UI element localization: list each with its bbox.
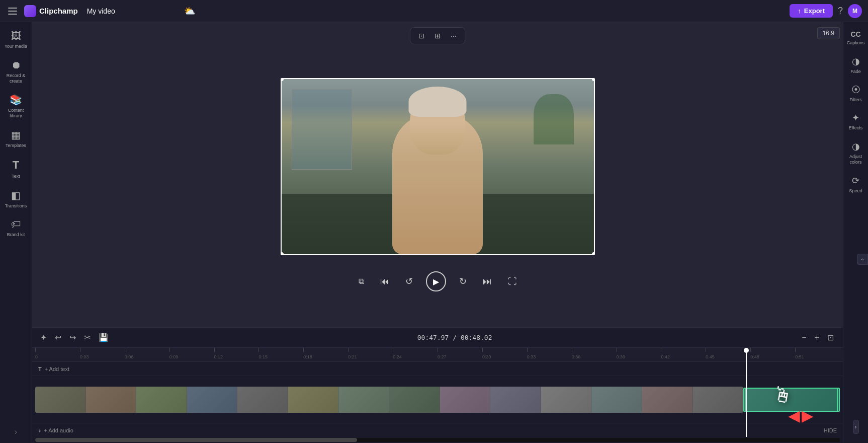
resize-button[interactable]: ⊞ — [430, 30, 445, 42]
more-options-button[interactable]: ··· — [447, 30, 461, 42]
background-window — [292, 89, 352, 170]
video-thumb-12 — [591, 387, 642, 413]
hamburger-menu[interactable] — [6, 6, 19, 17]
video-thumb-6 — [288, 387, 339, 413]
resize-handle-br[interactable] — [592, 252, 595, 255]
fade-icon: ◑ — [852, 56, 860, 67]
record-icon: ⏺ — [11, 59, 21, 71]
video-preview-frame: ↻ — [281, 78, 595, 255]
magic-tool-button[interactable]: ✦ — [38, 331, 49, 344]
resize-handle-bl[interactable] — [281, 252, 284, 255]
timeline-current-time: 00:47.97 / 00:48.02 — [417, 334, 492, 341]
hide-label[interactable]: HIDE — [824, 427, 837, 433]
video-thumb-4 — [187, 387, 238, 413]
video-thumb-2 — [86, 387, 137, 413]
brand-kit-icon: 🏷 — [11, 218, 21, 230]
selected-right-handle[interactable] — [837, 389, 838, 411]
video-thumb-11 — [541, 387, 592, 413]
top-bar: Clipchamp ⛅ ↑ Export ? M — [0, 0, 868, 22]
content-library-label: Contentlibrary — [8, 108, 24, 119]
ruler-mark-36: 0:36 — [572, 348, 617, 359]
ruler-marks: 0 0:03 0:06 0:09 0:12 0:15 0:18 0:21 0:2… — [35, 348, 840, 359]
help-icon[interactable]: ? — [838, 6, 843, 16]
export-button[interactable]: ↑ Export — [790, 4, 833, 18]
preview-area: ⊡ ⊞ ··· — [32, 22, 843, 327]
audio-track-icon: ♪ — [38, 427, 41, 433]
sidebar-item-record[interactable]: ⏺ Record &create — [2, 55, 30, 88]
left-sidebar: 🖼 Your media ⏺ Record &create 📚 Contentl… — [0, 22, 32, 443]
transitions-label: Transitions — [5, 203, 27, 209]
scrollbar-thumb[interactable] — [35, 438, 357, 442]
right-panel-fade[interactable]: ◑ Fade — [844, 53, 867, 78]
text-track: T + Add text — [32, 362, 843, 376]
zoom-out-button[interactable]: − — [799, 332, 809, 343]
right-panel-toggle[interactable]: ‹ — [857, 254, 868, 265]
forward-button[interactable]: ↻ — [456, 273, 470, 290]
sidebar-item-templates[interactable]: ▦ Templates — [2, 125, 30, 153]
sidebar-item-transitions[interactable]: ◧ Transitions — [2, 185, 30, 213]
ruler-mark-42: 0:42 — [661, 348, 706, 359]
video-thumb-14 — [693, 387, 743, 413]
rewind-button[interactable]: ↺ — [402, 273, 416, 290]
selected-thumb-content — [744, 389, 839, 411]
sidebar-item-content-library[interactable]: 📚 Contentlibrary — [2, 90, 30, 123]
ruler-mark-9: 0:09 — [169, 348, 214, 359]
timeline-area: ✦ ↩ ↪ ✂ 💾 00:47.97 / 00:48.02 − + ⊡ — [32, 327, 843, 443]
timeline-scrollbar[interactable] — [35, 438, 840, 442]
skip-to-start-button[interactable]: ⏮ — [377, 273, 392, 290]
video-thumb-3 — [136, 387, 187, 413]
ruler-mark-27: 0:27 — [438, 348, 482, 359]
cut-button[interactable]: ✂ — [82, 331, 93, 344]
audio-track: ♪ + Add audio HIDE — [32, 423, 843, 437]
ruler-mark-21: 0:21 — [348, 348, 393, 359]
video-thumb-7 — [338, 387, 389, 413]
video-thumb-13 — [642, 387, 693, 413]
fullscreen-button[interactable]: ⛶ — [505, 273, 520, 290]
current-time: 00:47.97 — [417, 334, 449, 341]
zoom-in-button[interactable]: + — [812, 332, 822, 343]
speed-label: Speed — [849, 188, 862, 194]
redo-button[interactable]: ↪ — [67, 331, 78, 344]
right-panel-adjust-colors[interactable]: ◑ Adjustcolors — [844, 138, 867, 168]
undo-button[interactable]: ↩ — [53, 331, 63, 344]
ruler-mark-48: 0:48 — [750, 348, 795, 359]
brand-kit-label: Brand kit — [7, 232, 25, 238]
right-panel-effects[interactable]: ✦ Effects — [844, 109, 867, 134]
crop-button[interactable]: ⊡ — [414, 30, 428, 42]
fit-zoom-button[interactable]: ⊡ — [824, 332, 837, 343]
right-panel-filters[interactable]: ⦿ Filters — [844, 82, 867, 106]
sidebar-item-brand-kit[interactable]: 🏷 Brand kit — [2, 214, 30, 242]
sidebar-item-your-media[interactable]: 🖼 Your media — [2, 26, 30, 53]
video-person-figure — [282, 79, 594, 254]
text-icon: T — [13, 159, 19, 172]
video-title-input[interactable] — [83, 5, 179, 17]
user-avatar[interactable]: M — [848, 4, 862, 18]
ruler-mark-45: 0:45 — [706, 348, 750, 359]
center-area: ⊡ ⊞ ··· — [32, 22, 843, 443]
filters-label: Filters — [849, 97, 862, 103]
add-audio-button[interactable]: + Add audio — [44, 427, 73, 433]
play-pause-button[interactable]: ▶ — [426, 271, 446, 291]
right-panel-collapse-button[interactable]: › — [853, 420, 859, 434]
add-text-button[interactable]: + Add text — [45, 366, 69, 372]
ruler-mark-33: 0:33 — [527, 348, 572, 359]
sidebar-item-text[interactable]: T Text — [2, 155, 30, 183]
video-track[interactable]: ⏸ — [32, 376, 843, 423]
timeline-tracks-container: 0 0:03 0:06 0:09 0:12 0:15 0:18 0:21 0:2… — [32, 348, 843, 437]
play-icon: ▶ — [433, 277, 439, 286]
effects-label: Effects — [849, 125, 862, 131]
right-panel-captions[interactable]: CC Captions — [844, 27, 867, 49]
right-panel-speed[interactable]: ⟳ Speed — [844, 172, 867, 197]
filters-icon: ⦿ — [851, 85, 860, 95]
selected-left-handle[interactable] — [745, 389, 746, 411]
ruler-mark-12: 0:12 — [214, 348, 259, 359]
skip-to-end-button[interactable]: ⏭ — [480, 273, 495, 290]
captions-toggle-button[interactable]: ⧉ — [356, 274, 367, 289]
sidebar-expand-button[interactable]: › — [2, 425, 30, 439]
save-media-button[interactable]: 💾 — [97, 331, 111, 344]
aspect-ratio-badge: 16:9 — [817, 27, 840, 39]
adjust-colors-icon: ◑ — [852, 141, 860, 152]
video-selected-segment[interactable]: ⏸ — [743, 388, 840, 412]
selected-clip-body — [747, 389, 836, 411]
video-thumb-9 — [440, 387, 491, 413]
